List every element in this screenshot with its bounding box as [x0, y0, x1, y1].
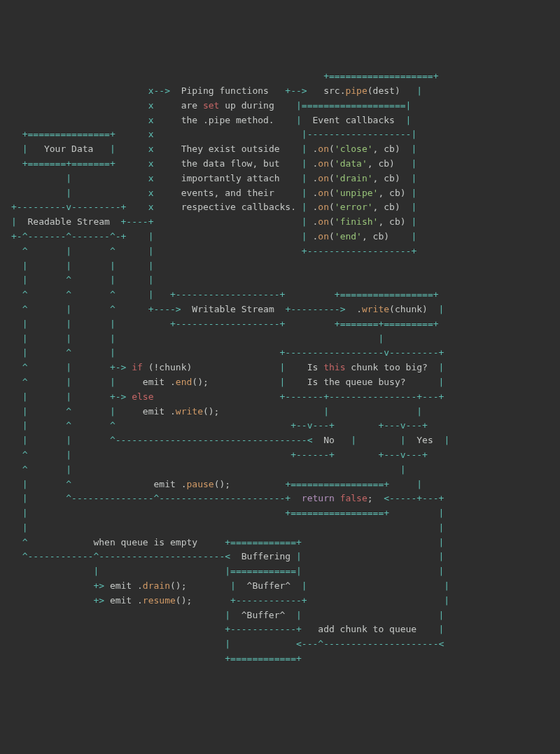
streams-ascii-diagram: +===================+ x--> Piping functi… [11, 69, 549, 666]
